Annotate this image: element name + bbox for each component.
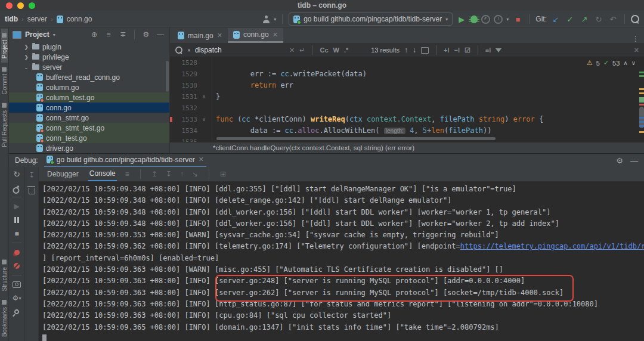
thread-dump-button[interactable] — [12, 280, 21, 289]
tree-item-buffered_read_conn-go[interactable]: buffered_read_conn.go — [9, 72, 169, 82]
debug-session-tab[interactable]: go build github.com/pingcap/tidb/tidb-se… — [44, 153, 206, 168]
remove-occurrence-button[interactable]: −ǀ — [454, 46, 460, 54]
run-configuration-select[interactable]: go build github.com/pingcap/tidb/tidb-se… — [289, 13, 453, 26]
tree-item-conn_stmt_test-go[interactable]: conn_stmt_test.go — [9, 123, 169, 133]
tree-item-plugin[interactable]: ❯plugin — [9, 42, 169, 52]
scroll-to-caret-button[interactable]: ↘ — [192, 170, 198, 178]
debug-layout-settings-button[interactable]: ⚙▾ — [12, 293, 21, 303]
close-tab-icon[interactable]: ✕ — [273, 31, 278, 39]
next-occurrence-button[interactable]: ↓ — [413, 46, 416, 54]
expand-all-button[interactable]: ≡ — [103, 30, 114, 39]
project-scrollbar[interactable] — [166, 61, 169, 92]
fold-marker-icon[interactable]: ∨ — [197, 114, 210, 125]
newline-icon[interactable]: ↵ — [299, 46, 305, 54]
horizontal-scrollbar[interactable] — [216, 137, 496, 140]
clear-search-icon[interactable]: ✕ — [289, 46, 295, 54]
code-editor[interactable]: 1528152915301531∧15321533∨15341535 err :… — [170, 57, 644, 142]
profiler-button[interactable] — [481, 15, 490, 24]
open-in-find-window-button[interactable] — [421, 47, 429, 54]
mute-breakpoints-button[interactable] — [12, 261, 21, 271]
search-input[interactable]: dispatch — [195, 46, 284, 54]
profile-icon[interactable] — [262, 16, 270, 23]
jump-to-source-button[interactable]: ↑ — [180, 170, 184, 178]
debug-button[interactable] — [470, 16, 478, 23]
debug-panel: Debug: go build github.com/pingcap/tidb/… — [9, 153, 644, 341]
filter-icon[interactable] — [496, 48, 501, 52]
editor-tab-conn-go[interactable]: conn.go✕ — [228, 28, 283, 43]
breadcrumb-project[interactable]: tidb — [5, 15, 18, 23]
stop-process-button[interactable]: ■ — [12, 229, 21, 238]
hide-panel-button[interactable]: — — [155, 30, 166, 39]
stripe-item-commit[interactable]: Commit — [1, 63, 8, 98]
regex-toggle[interactable]: .* — [344, 46, 348, 54]
tree-item-column-go[interactable]: column.go — [9, 82, 169, 92]
hide-debug-panel-button[interactable]: — — [630, 156, 638, 165]
breadcrumb-folder[interactable]: server — [27, 15, 47, 23]
search-everywhere-icon[interactable] — [631, 15, 639, 23]
up-stack-trace-button[interactable]: ↥ — [151, 170, 157, 178]
previous-occurrence-button[interactable]: ↑ — [404, 46, 408, 54]
close-session-icon[interactable]: ✕ — [199, 156, 204, 163]
tree-item-conn_test-go[interactable]: conn_test.go — [9, 133, 169, 143]
editor-tab-main-go[interactable]: main.go✕ — [172, 28, 228, 43]
next-problem-button[interactable]: ∨ — [631, 60, 636, 66]
project-panel-title[interactable]: Project — [25, 30, 49, 39]
soft-wrap-toggle[interactable]: ≡ — [125, 170, 129, 178]
run-button[interactable]: ▶ — [456, 15, 467, 24]
tree-item-driver-go[interactable]: driver.go — [9, 143, 169, 153]
close-tab-icon[interactable]: ✕ — [217, 32, 222, 39]
tree-item-server[interactable]: ⌄server — [9, 62, 169, 72]
debug-tab-console[interactable]: Console — [88, 167, 117, 181]
tree-item-privilege[interactable]: ❯privilege — [9, 52, 169, 62]
modify-run-config-button[interactable] — [12, 183, 21, 193]
filter-lines-button[interactable]: ≡ǀ — [485, 46, 491, 54]
fold-marker-icon[interactable]: ∧ — [197, 91, 210, 103]
breadcrumb-file[interactable]: conn.go — [67, 15, 92, 23]
debug-tab-debugger[interactable]: Debugger — [46, 167, 80, 181]
add-occurrence-button[interactable]: +ǀ — [444, 46, 450, 54]
pause-button[interactable] — [12, 215, 21, 225]
chevron-down-icon[interactable]: ▾ — [53, 32, 55, 38]
scroll-to-end-button[interactable]: ↧ — [27, 170, 36, 180]
prev-problem-button[interactable]: ∧ — [623, 60, 627, 66]
down-stack-trace-button[interactable]: ↧ — [166, 170, 172, 178]
git-update-button[interactable]: ↙ — [550, 15, 561, 24]
search-icon[interactable] — [175, 46, 182, 54]
pin-tab-button[interactable] — [12, 307, 21, 317]
chevron-icon[interactable]: ⌄ — [23, 64, 29, 70]
locate-file-button[interactable]: ⊕ — [89, 30, 100, 39]
view-breakpoints-button[interactable] — [12, 247, 21, 257]
editor-tab-label: conn.go — [243, 30, 269, 39]
debug-settings-icon[interactable]: ⚙ — [616, 156, 623, 165]
close-find-bar-button[interactable]: ✕ — [634, 46, 639, 54]
tab-options-icon[interactable]: ⋮ — [627, 35, 644, 43]
console-log[interactable]: [2022/02/15 10:59:09.348 +08:00] [INFO] … — [39, 182, 644, 341]
git-history-button[interactable]: ↻ — [593, 15, 604, 24]
resume-button[interactable]: ▶ — [12, 202, 21, 211]
project-settings-icon[interactable]: ⚙ — [141, 30, 151, 39]
coverage-button[interactable] — [494, 15, 503, 24]
words-toggle[interactable]: W — [333, 46, 339, 54]
stripe-item-structure[interactable]: Structure — [1, 256, 8, 296]
collapse-all-button[interactable]: ∓ — [117, 30, 128, 39]
select-all-occurrences-button[interactable]: ☑ — [465, 46, 470, 54]
telemetry-link[interactable]: https://telemetry.pingcap.com/api/v1/tid… — [460, 242, 644, 250]
evaluate-expression-button[interactable]: ⊞ — [220, 170, 226, 178]
stop-button[interactable]: ■ — [512, 15, 523, 24]
git-push-button[interactable]: ↗ — [579, 15, 590, 24]
chevron-icon[interactable]: ❯ — [23, 44, 29, 50]
git-commit-button[interactable]: ✓ — [565, 15, 575, 24]
tree-item-conn_stmt-go[interactable]: conn_stmt.go — [9, 113, 169, 123]
chevron-icon[interactable]: ❯ — [23, 54, 29, 60]
stripe-item-project[interactable]: Project — [1, 29, 8, 63]
rerun-button[interactable]: ↻ — [12, 169, 21, 179]
inspections-widget[interactable]: ⚠ 5 ✓ 53 ∧ ∨ — [587, 59, 636, 67]
tree-item-column_test-go[interactable]: column_test.go — [9, 92, 169, 103]
tree-item-conn-go[interactable]: conn.go — [9, 103, 169, 113]
clear-console-button[interactable] — [27, 186, 36, 196]
git-rollback-button[interactable]: ↶ — [608, 15, 618, 24]
stripe-item-bookmarks[interactable]: Bookmarks — [1, 296, 8, 341]
error-stripe[interactable] — [639, 57, 644, 142]
stripe-item-pull-requests[interactable]: Pull Requests — [1, 99, 8, 151]
match-case-toggle[interactable]: Cc — [320, 46, 328, 54]
